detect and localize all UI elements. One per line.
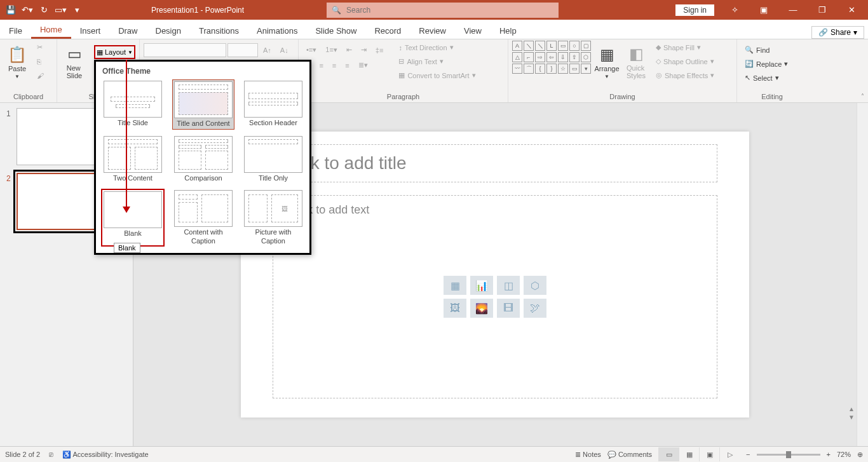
slide-sorter-button[interactable]: ▦ xyxy=(679,447,699,461)
shape-rect-icon[interactable]: ▭ xyxy=(558,41,568,51)
align-center-button[interactable]: ≡ xyxy=(315,58,327,72)
prev-slide-icon[interactable]: ▲ xyxy=(848,405,855,412)
shape-effects-button[interactable]: ◎ Shape Effects ▾ xyxy=(652,69,718,82)
content-placeholder[interactable]: • Click to add text ▦ 📊 ◫ ⬡ 🖼 🌄 🎞 🕊 xyxy=(273,195,717,398)
accessibility-status[interactable]: ♿ Accessibility: Investigate xyxy=(62,451,149,459)
new-slide-button[interactable]: ▭New Slide xyxy=(61,41,88,84)
comments-button[interactable]: 💬 Comments xyxy=(607,451,652,459)
shapes-more-icon[interactable]: ▾ xyxy=(581,64,591,74)
select-button[interactable]: ↖ Select ▾ xyxy=(741,71,792,85)
tab-draw[interactable]: Draw xyxy=(109,22,146,39)
insert-table-icon[interactable]: ▦ xyxy=(444,276,466,295)
slide-counter[interactable]: Slide 2 of 2 xyxy=(5,451,40,458)
layout-title-slide[interactable]: Title Slide xyxy=(101,79,165,130)
justify-button[interactable]: ≡ xyxy=(341,58,353,72)
shape-line-icon[interactable]: ＼ xyxy=(524,41,534,51)
tab-review[interactable]: Review xyxy=(410,22,455,39)
zoom-level[interactable]: 72% xyxy=(837,451,851,458)
font-size-combo[interactable] xyxy=(227,43,258,57)
shape-line2-icon[interactable]: ＼ xyxy=(535,41,545,51)
insert-3d-icon[interactable]: ⬡ xyxy=(524,276,546,295)
layout-section-header[interactable]: Section Header xyxy=(242,79,304,130)
zoom-slider[interactable] xyxy=(757,454,820,456)
notes-button[interactable]: ≣ Notes xyxy=(575,451,601,459)
tab-insert[interactable]: Insert xyxy=(71,22,110,39)
shape-arrow-r-icon[interactable]: ⇨ xyxy=(535,52,545,62)
line-spacing-button[interactable]: ‡≡ xyxy=(372,43,388,57)
text-direction-button[interactable]: ↕ Text Direction ▾ xyxy=(395,41,479,54)
tab-design[interactable]: Design xyxy=(147,22,190,39)
shape-curve-icon[interactable]: 〰 xyxy=(512,64,522,74)
shape-oval-icon[interactable]: ○ xyxy=(569,41,580,51)
qat-customize-icon[interactable]: ▾ xyxy=(70,3,84,17)
tab-view[interactable]: View xyxy=(455,22,491,39)
increase-indent-button[interactable]: ⇥ xyxy=(357,43,370,57)
slideshow-from-start-icon[interactable]: ▭▾ xyxy=(53,3,67,17)
layout-blank[interactable]: Blank Blank xyxy=(101,189,165,246)
shape-triangle-icon[interactable]: △ xyxy=(512,52,522,62)
insert-picture-icon[interactable]: 🖼 xyxy=(444,299,466,318)
spell-check-icon[interactable]: ⎚ xyxy=(49,451,53,458)
tab-animations[interactable]: Animations xyxy=(248,22,306,39)
tab-home[interactable]: Home xyxy=(31,21,71,39)
insert-chart-icon[interactable]: 📊 xyxy=(470,276,493,295)
paste-button[interactable]: 📋Paste▼ xyxy=(4,41,31,84)
coming-soon-icon[interactable]: ✧ xyxy=(721,0,749,20)
convert-smartart-button[interactable]: ▦ Convert to SmartArt ▾ xyxy=(395,69,479,82)
shape-connector-icon[interactable]: L xyxy=(546,41,557,51)
ribbon-display-icon[interactable]: ▣ xyxy=(750,0,778,20)
layout-content-with-caption[interactable]: Content with Caption xyxy=(172,189,234,246)
shape-brace-icon[interactable]: { xyxy=(535,64,545,74)
zoom-out-button[interactable]: − xyxy=(746,451,750,458)
arrange-button[interactable]: ▦Arrange▼ xyxy=(593,41,620,84)
tab-slideshow[interactable]: Slide Show xyxy=(306,22,365,39)
signin-button[interactable]: Sign in xyxy=(675,4,714,16)
shape-star-icon[interactable]: ☆ xyxy=(558,64,568,74)
save-icon[interactable]: 💾 xyxy=(4,3,18,17)
slideshow-view-button[interactable]: ▷ xyxy=(719,447,740,461)
shape-elbow-icon[interactable]: ⌐ xyxy=(524,52,534,62)
shape-callout-icon[interactable]: ▭ xyxy=(569,64,580,74)
tab-help[interactable]: Help xyxy=(491,22,526,39)
tab-file[interactable]: File xyxy=(0,22,31,39)
layout-comparison[interactable]: Comparison xyxy=(172,135,234,184)
layout-button[interactable]: ▦ Layout ▼ xyxy=(94,45,135,59)
insert-icon-icon[interactable]: 🕊 xyxy=(524,299,546,318)
zoom-slider-thumb[interactable] xyxy=(786,451,791,458)
vertical-scrollbar[interactable] xyxy=(857,103,868,446)
layout-two-content[interactable]: Two Content xyxy=(101,135,165,184)
shrink-font-button[interactable]: A↓ xyxy=(276,43,292,57)
shape-fill-button[interactable]: ◆ Shape Fill ▾ xyxy=(652,41,718,54)
next-slide-icon[interactable]: ▼ xyxy=(848,414,855,421)
share-button[interactable]: 🔗 Share ▾ xyxy=(811,26,864,39)
layout-picture-with-caption[interactable]: 🖼 Picture with Caption xyxy=(242,189,304,246)
shape-arrow-l-icon[interactable]: ⇦ xyxy=(546,52,557,62)
collapse-ribbon-icon[interactable]: ˄ xyxy=(861,93,864,100)
shape-textbox-icon[interactable]: A xyxy=(512,41,522,51)
quick-styles-button[interactable]: ◧Quick Styles xyxy=(623,41,649,84)
minimize-icon[interactable]: ― xyxy=(779,0,807,20)
shapes-gallery[interactable]: A ＼ ＼ L ▭ ○ ▢ △ ⌐ ⇨ ⇦ ⇩ ⇧ ⬡ 〰 ⌒ { } ☆ ▭ xyxy=(512,41,591,74)
numbering-button[interactable]: 1≡▾ xyxy=(322,43,341,57)
slide-canvas[interactable]: Click to add title • Click to add text ▦… xyxy=(241,132,749,418)
shape-arc-icon[interactable]: ⌒ xyxy=(524,64,534,74)
grow-font-button[interactable]: A↑ xyxy=(259,43,275,57)
align-text-button[interactable]: ⊟ Align Text ▾ xyxy=(395,55,479,68)
undo-icon[interactable]: ↶▾ xyxy=(20,3,34,17)
tab-record[interactable]: Record xyxy=(365,22,410,39)
normal-view-button[interactable]: ▭ xyxy=(658,447,679,461)
replace-button[interactable]: 🔄 Replace ▾ xyxy=(741,57,792,71)
columns-button[interactable]: ≣▾ xyxy=(355,58,372,72)
reading-view-button[interactable]: ▣ xyxy=(699,447,719,461)
maximize-icon[interactable]: ❐ xyxy=(808,0,836,20)
insert-video-icon[interactable]: 🎞 xyxy=(497,299,520,318)
layout-title-and-content[interactable]: Title and Content xyxy=(172,79,234,130)
align-right-button[interactable]: ≡ xyxy=(329,58,340,72)
close-icon[interactable]: ✕ xyxy=(837,0,865,20)
cut-button[interactable]: ✂ xyxy=(33,41,48,54)
title-placeholder[interactable]: Click to add title xyxy=(273,144,717,182)
search-input[interactable] xyxy=(346,6,553,15)
zoom-in-button[interactable]: + xyxy=(827,451,831,458)
find-button[interactable]: 🔍 Find xyxy=(741,43,792,57)
shape-arrow-u-icon[interactable]: ⇧ xyxy=(569,52,580,62)
